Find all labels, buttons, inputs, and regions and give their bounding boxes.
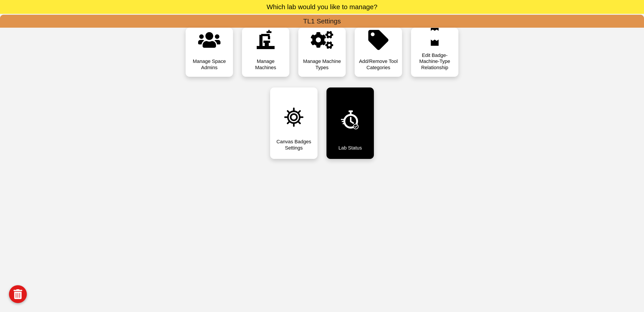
svg-point-9 bbox=[288, 111, 300, 123]
page-title: Which lab would you like to manage? bbox=[0, 0, 644, 14]
badge-icon bbox=[428, 28, 442, 52]
main-content: Manage Space Admins Manage Machines bbox=[0, 28, 644, 168]
svg-rect-15 bbox=[342, 123, 344, 124]
svg-rect-5 bbox=[268, 30, 270, 32]
svg-rect-2 bbox=[261, 34, 270, 36]
delete-button[interactable] bbox=[9, 285, 27, 303]
card-row-1: Manage Space Admins Manage Machines bbox=[9, 28, 635, 77]
card-manage-space-admins[interactable]: Manage Space Admins bbox=[186, 28, 233, 77]
users-icon bbox=[198, 28, 220, 58]
card-label: Manage Machine Types bbox=[302, 58, 342, 71]
tag-icon bbox=[368, 28, 388, 58]
card-label: Canvas Badges Settings bbox=[274, 139, 314, 151]
card-row-2: Canvas Badges Settings Lab Status bbox=[9, 88, 635, 159]
svg-rect-3 bbox=[268, 36, 270, 39]
svg-rect-7 bbox=[265, 43, 269, 46]
svg-rect-10 bbox=[348, 111, 353, 112]
settings-title: TL1 Settings bbox=[0, 15, 644, 28]
svg-rect-14 bbox=[342, 121, 344, 122]
stopwatch-check-icon bbox=[340, 96, 361, 145]
card-label: Edit Badge-Machine-Type Relationship bbox=[415, 52, 454, 71]
card-lab-status[interactable]: Lab Status bbox=[326, 88, 374, 159]
trash-icon bbox=[14, 289, 22, 299]
card-edit-badge-machine-type[interactable]: Edit Badge-Machine-Type Relationship bbox=[411, 28, 458, 77]
card-label: Add/Remove Tool Categories bbox=[359, 58, 398, 71]
card-label: Manage Space Admins bbox=[190, 58, 229, 71]
svg-rect-6 bbox=[264, 41, 270, 43]
card-label: Lab Status bbox=[338, 145, 362, 151]
gears-icon bbox=[311, 28, 333, 58]
gear-icon bbox=[284, 96, 304, 139]
svg-rect-13 bbox=[341, 119, 344, 120]
card-manage-machine-types[interactable]: Manage Machine Types bbox=[298, 28, 346, 77]
svg-rect-1 bbox=[260, 35, 262, 47]
svg-point-8 bbox=[291, 114, 297, 120]
card-manage-machines[interactable]: Manage Machines bbox=[242, 28, 289, 77]
card-label: Manage Machines bbox=[246, 58, 285, 71]
card-canvas-badges-settings[interactable]: Canvas Badges Settings bbox=[270, 88, 318, 159]
machine-icon bbox=[254, 28, 277, 58]
card-add-remove-tool-categories[interactable]: Add/Remove Tool Categories bbox=[355, 28, 402, 77]
